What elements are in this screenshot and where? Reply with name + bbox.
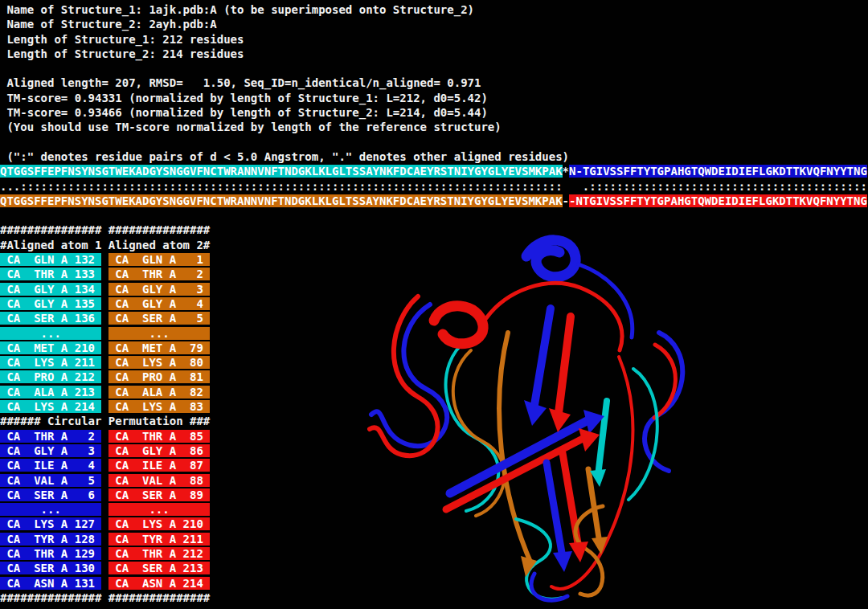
aligned-atom-2: CA ASN A 214	[108, 577, 210, 590]
tm-score-1: TM-score= 0.94331 (normalized by length …	[0, 91, 867, 105]
tm-score-2: TM-score= 0.93466 (normalized by length …	[0, 105, 867, 120]
strand-cyan-v	[598, 401, 607, 476]
strand-blue-v1	[534, 309, 551, 405]
aligned-atom-1: CA GLN A 132	[0, 253, 101, 266]
aligned-atom-1: CA GLY A 135	[0, 297, 101, 310]
aligned-atom-2: CA GLN A 1	[108, 253, 210, 266]
ribbon-loop-red	[370, 296, 438, 456]
aligned-atom-1: CA ASN A 131	[0, 577, 101, 590]
aligned-atom-1: CA TYR A 128	[0, 533, 101, 546]
strand-red-v1	[559, 317, 571, 413]
strand-red-diag	[446, 439, 583, 509]
aligned-atom-1: CA LYS A 127	[0, 517, 101, 530]
aligned-atom-1: CA SER A 130	[0, 562, 101, 574]
aligned-atom-2: CA MET A 79	[108, 341, 210, 354]
aligned-atom-2: CA ALA A 82	[108, 386, 210, 399]
aligned-atom-1: CA THR A 129	[0, 547, 101, 560]
arrowhead-blue-low	[553, 551, 572, 572]
aligned-atom-2: CA GLY A 3	[108, 283, 210, 296]
aligned-atom-1: CA PRO A 212	[0, 370, 101, 383]
match-line: ...:::::::::::::::::::::::::::::::::::::…	[0, 179, 867, 194]
aligned-atom-2: ...	[108, 503, 210, 516]
aligned-atom-1: CA SER A 136	[0, 312, 101, 325]
aligned-atom-2: CA THR A 212	[108, 547, 210, 560]
seq2-cp-marker: -	[563, 194, 569, 207]
sequence-row-2: QTGGSFFEPFNSYNSGTWEKADGYSNGGVFNCTWRANNVN…	[0, 194, 867, 208]
aligned-atom-2: ...	[108, 327, 210, 340]
aligned-atom-2: CA THR A 85	[108, 430, 210, 443]
aligned-atom-2: CA VAL A 88	[108, 474, 210, 487]
structure2-name: Name of Structure_2: 2ayh.pdb:A	[0, 17, 867, 31]
aligned-atom-1: CA LYS A 211	[0, 356, 101, 369]
aligned-atom-1: CA ALA A 213	[0, 386, 101, 399]
seq2-permuted-segment: -NTGIVSSFFTYTGPAHGTQWDEIDIEFLGKDTTKVQFNY…	[569, 194, 867, 207]
aligned-stats: Aligned length= 207, RMSD= 1.50, Seq_ID=…	[0, 76, 867, 90]
aligned-atom-1: ...	[0, 503, 101, 516]
structure1-length: Length of Structure_1: 212 residues	[0, 32, 867, 47]
helix-red	[434, 306, 483, 344]
aligned-atom-2: CA SER A 213	[108, 562, 210, 574]
seq1-aligned-segment: QTGGSFFEPFNSYNSGTWEKADGYSNGGVFNCTWRANNVN…	[0, 165, 563, 178]
aligned-atom-1: CA SER A 6	[0, 488, 101, 501]
terminal-screen: Name of Structure_1: 1ajk.pdb:A (to be s…	[0, 0, 868, 609]
aligned-atom-2: CA GLY A 86	[108, 444, 210, 457]
aligned-atom-2: CA ILE A 87	[108, 459, 210, 472]
aligned-atom-1: CA GLY A 3	[0, 444, 101, 457]
aligned-atom-2: CA SER A 89	[108, 488, 210, 501]
protein-structure-visualization	[321, 228, 804, 607]
aligned-atom-1: ...	[0, 327, 101, 340]
structure2-length: Length of Structure_2: 214 residues	[0, 47, 867, 61]
aligned-atom-2: CA LYS A 83	[108, 400, 210, 413]
aligned-atom-2: CA TYR A 211	[108, 533, 210, 546]
sequence-row-1: QTGGSFFEPFNSYNSGTWEKADGYSNGGVFNCTWRANNVN…	[0, 164, 867, 178]
alignment-legend: (":" denotes residue pairs of d < 5.0 An…	[0, 149, 867, 164]
blank-line	[0, 208, 867, 223]
blank-line	[0, 61, 867, 76]
blank-line	[0, 135, 867, 149]
structure1-name: Name of Structure_1: 1ajk.pdb:A (to be s…	[0, 2, 867, 17]
aligned-atom-1: CA GLY A 134	[0, 283, 101, 296]
seq1-cp-marker: *	[563, 165, 569, 178]
aligned-atom-2: CA LYS A 80	[108, 356, 210, 369]
aligned-atom-2: CA LYS A 210	[108, 517, 210, 530]
seq2-aligned-segment: QTGGSFFEPFNSYNSGTWEKADGYSNGGVFNCTWRANNVN…	[0, 194, 563, 207]
aligned-atom-1: CA THR A 2	[0, 430, 101, 443]
tm-score-note: (You should use TM-score normalized by l…	[0, 120, 867, 134]
aligned-atom-2: CA PRO A 81	[108, 370, 210, 383]
aligned-atom-2: CA GLY A 4	[108, 297, 210, 310]
helix-blue	[526, 240, 575, 277]
aligned-atom-2: CA THR A 2	[108, 268, 210, 280]
aligned-atom-1: CA VAL A 5	[0, 474, 101, 487]
aligned-atom-1: CA LYS A 214	[0, 400, 101, 413]
aligned-atom-1: CA ILE A 4	[0, 459, 101, 472]
seq1-permuted-segment: N-TGIVSSFFTYTGPAHGTQWDEIDIEFLGKDTTKVQFNY…	[569, 165, 867, 178]
aligned-atom-1: CA THR A 133	[0, 268, 101, 280]
aligned-atom-2: CA SER A 5	[108, 312, 210, 325]
aligned-atom-1: CA MET A 210	[0, 341, 101, 354]
